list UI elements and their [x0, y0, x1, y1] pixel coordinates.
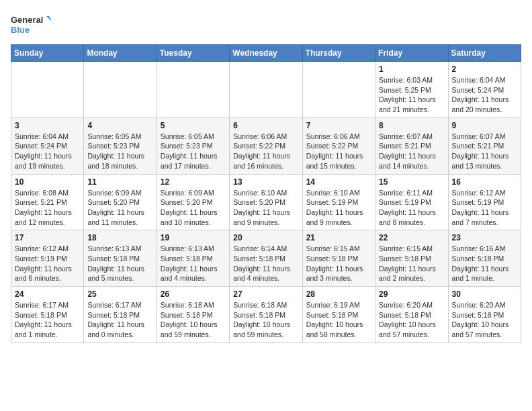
calendar-cell: 6Sunrise: 6:06 AM Sunset: 5:22 PM Daylig… — [230, 118, 302, 174]
calendar-cell: 30Sunrise: 6:20 AM Sunset: 5:18 PM Dayli… — [448, 287, 521, 343]
calendar-cell: 9Sunrise: 6:07 AM Sunset: 5:21 PM Daylig… — [448, 118, 521, 174]
day-info: Sunrise: 6:10 AM Sunset: 5:19 PM Dayligh… — [306, 188, 371, 228]
day-info: Sunrise: 6:19 AM Sunset: 5:18 PM Dayligh… — [306, 300, 371, 340]
day-number: 30 — [452, 289, 517, 299]
day-number: 20 — [233, 233, 298, 242]
day-number: 15 — [379, 177, 444, 187]
day-info: Sunrise: 6:17 AM Sunset: 5:18 PM Dayligh… — [87, 300, 152, 340]
day-info: Sunrise: 6:05 AM Sunset: 5:23 PM Dayligh… — [161, 132, 226, 171]
day-number: 19 — [161, 233, 226, 242]
day-number: 10 — [15, 177, 80, 187]
calendar-table: SundayMondayTuesdayWednesdayThursdayFrid… — [11, 44, 521, 343]
day-info: Sunrise: 6:12 AM Sunset: 5:19 PM Dayligh… — [452, 188, 517, 228]
calendar-cell: 20Sunrise: 6:14 AM Sunset: 5:18 PM Dayli… — [230, 230, 302, 287]
calendar-week-row: 10Sunrise: 6:08 AM Sunset: 5:21 PM Dayli… — [11, 174, 521, 230]
day-number: 12 — [161, 177, 226, 187]
calendar-cell: 17Sunrise: 6:12 AM Sunset: 5:19 PM Dayli… — [11, 230, 84, 287]
calendar-cell: 11Sunrise: 6:09 AM Sunset: 5:20 PM Dayli… — [84, 174, 157, 230]
calendar-cell: 28Sunrise: 6:19 AM Sunset: 5:18 PM Dayli… — [302, 287, 375, 343]
day-number: 16 — [452, 177, 517, 187]
day-info: Sunrise: 6:07 AM Sunset: 5:21 PM Dayligh… — [452, 132, 517, 171]
calendar-cell: 5Sunrise: 6:05 AM Sunset: 5:23 PM Daylig… — [157, 118, 229, 174]
calendar-cell: 1Sunrise: 6:03 AM Sunset: 5:25 PM Daylig… — [375, 62, 448, 118]
calendar-cell: 12Sunrise: 6:09 AM Sunset: 5:20 PM Dayli… — [157, 174, 229, 230]
calendar-cell — [11, 62, 84, 118]
calendar-cell: 10Sunrise: 6:08 AM Sunset: 5:21 PM Dayli… — [11, 174, 84, 230]
svg-text:General: General — [11, 15, 43, 25]
day-info: Sunrise: 6:12 AM Sunset: 5:19 PM Dayligh… — [15, 244, 80, 283]
calendar-cell: 25Sunrise: 6:17 AM Sunset: 5:18 PM Dayli… — [84, 287, 157, 343]
day-info: Sunrise: 6:06 AM Sunset: 5:22 PM Dayligh… — [306, 132, 371, 171]
calendar-header-row: SundayMondayTuesdayWednesdayThursdayFrid… — [11, 45, 521, 62]
calendar-cell: 7Sunrise: 6:06 AM Sunset: 5:22 PM Daylig… — [302, 118, 375, 174]
calendar-cell: 8Sunrise: 6:07 AM Sunset: 5:21 PM Daylig… — [375, 118, 448, 174]
calendar-cell: 13Sunrise: 6:10 AM Sunset: 5:20 PM Dayli… — [230, 174, 302, 230]
day-number: 14 — [306, 177, 371, 187]
day-number: 27 — [233, 289, 298, 299]
day-number: 29 — [379, 289, 444, 299]
day-info: Sunrise: 6:04 AM Sunset: 5:24 PM Dayligh… — [15, 132, 80, 171]
col-header-saturday: Saturday — [448, 45, 521, 62]
col-header-thursday: Thursday — [302, 45, 375, 62]
day-number: 24 — [15, 289, 80, 299]
day-number: 23 — [452, 233, 517, 242]
day-info: Sunrise: 6:07 AM Sunset: 5:21 PM Dayligh… — [379, 132, 444, 171]
day-info: Sunrise: 6:14 AM Sunset: 5:18 PM Dayligh… — [233, 244, 298, 283]
day-number: 26 — [161, 289, 226, 299]
calendar-cell: 27Sunrise: 6:18 AM Sunset: 5:18 PM Dayli… — [230, 287, 302, 343]
calendar-cell: 2Sunrise: 6:04 AM Sunset: 5:24 PM Daylig… — [448, 62, 521, 118]
calendar-cell: 3Sunrise: 6:04 AM Sunset: 5:24 PM Daylig… — [11, 118, 84, 174]
day-number: 4 — [87, 121, 152, 130]
calendar-cell — [157, 62, 229, 118]
day-info: Sunrise: 6:04 AM Sunset: 5:24 PM Dayligh… — [452, 75, 517, 115]
calendar-week-row: 3Sunrise: 6:04 AM Sunset: 5:24 PM Daylig… — [11, 118, 521, 174]
logo-svg: General Blue — [11, 11, 51, 38]
calendar-cell: 16Sunrise: 6:12 AM Sunset: 5:19 PM Dayli… — [448, 174, 521, 230]
day-info: Sunrise: 6:15 AM Sunset: 5:18 PM Dayligh… — [379, 244, 444, 283]
col-header-monday: Monday — [84, 45, 157, 62]
day-info: Sunrise: 6:10 AM Sunset: 5:20 PM Dayligh… — [233, 188, 298, 228]
calendar-cell: 22Sunrise: 6:15 AM Sunset: 5:18 PM Dayli… — [375, 230, 448, 287]
day-number: 6 — [233, 121, 298, 130]
svg-text:Blue: Blue — [11, 25, 30, 35]
day-number: 17 — [15, 233, 80, 242]
day-info: Sunrise: 6:17 AM Sunset: 5:18 PM Dayligh… — [15, 300, 80, 340]
day-number: 7 — [306, 121, 371, 130]
day-info: Sunrise: 6:03 AM Sunset: 5:25 PM Dayligh… — [379, 75, 444, 115]
calendar-cell: 14Sunrise: 6:10 AM Sunset: 5:19 PM Dayli… — [302, 174, 375, 230]
calendar-cell — [84, 62, 157, 118]
calendar-cell: 15Sunrise: 6:11 AM Sunset: 5:19 PM Dayli… — [375, 174, 448, 230]
day-info: Sunrise: 6:08 AM Sunset: 5:21 PM Dayligh… — [15, 188, 80, 228]
day-number: 1 — [379, 64, 444, 74]
day-number: 21 — [306, 233, 371, 242]
day-info: Sunrise: 6:06 AM Sunset: 5:22 PM Dayligh… — [233, 132, 298, 171]
day-info: Sunrise: 6:13 AM Sunset: 5:18 PM Dayligh… — [87, 244, 152, 283]
day-info: Sunrise: 6:20 AM Sunset: 5:18 PM Dayligh… — [452, 300, 517, 340]
day-info: Sunrise: 6:18 AM Sunset: 5:18 PM Dayligh… — [161, 300, 226, 340]
calendar-cell: 29Sunrise: 6:20 AM Sunset: 5:18 PM Dayli… — [375, 287, 448, 343]
day-info: Sunrise: 6:05 AM Sunset: 5:23 PM Dayligh… — [87, 132, 152, 171]
day-info: Sunrise: 6:16 AM Sunset: 5:18 PM Dayligh… — [452, 244, 517, 283]
day-number: 5 — [161, 121, 226, 130]
page-header: General Blue — [11, 11, 521, 38]
day-info: Sunrise: 6:09 AM Sunset: 5:20 PM Dayligh… — [161, 188, 226, 228]
day-number: 9 — [452, 121, 517, 130]
day-number: 8 — [379, 121, 444, 130]
col-header-wednesday: Wednesday — [230, 45, 302, 62]
svg-marker-2 — [46, 16, 51, 22]
col-header-sunday: Sunday — [11, 45, 84, 62]
day-number: 22 — [379, 233, 444, 242]
calendar-cell: 4Sunrise: 6:05 AM Sunset: 5:23 PM Daylig… — [84, 118, 157, 174]
calendar-cell: 21Sunrise: 6:15 AM Sunset: 5:18 PM Dayli… — [302, 230, 375, 287]
day-info: Sunrise: 6:15 AM Sunset: 5:18 PM Dayligh… — [306, 244, 371, 283]
calendar-cell: 19Sunrise: 6:13 AM Sunset: 5:18 PM Dayli… — [157, 230, 229, 287]
day-number: 11 — [87, 177, 152, 187]
day-info: Sunrise: 6:09 AM Sunset: 5:20 PM Dayligh… — [87, 188, 152, 228]
day-number: 18 — [87, 233, 152, 242]
calendar-week-row: 24Sunrise: 6:17 AM Sunset: 5:18 PM Dayli… — [11, 287, 521, 343]
calendar-week-row: 1Sunrise: 6:03 AM Sunset: 5:25 PM Daylig… — [11, 62, 521, 118]
day-info: Sunrise: 6:11 AM Sunset: 5:19 PM Dayligh… — [379, 188, 444, 228]
calendar-cell: 23Sunrise: 6:16 AM Sunset: 5:18 PM Dayli… — [448, 230, 521, 287]
day-number: 28 — [306, 289, 371, 299]
day-info: Sunrise: 6:13 AM Sunset: 5:18 PM Dayligh… — [161, 244, 226, 283]
